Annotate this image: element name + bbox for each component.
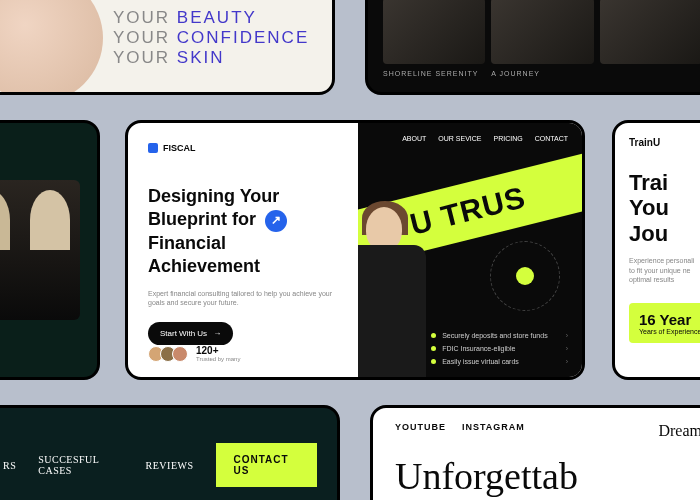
thumbnail-labels: SHORELINE SERENITY A JOURNEY: [383, 70, 700, 77]
count-label: Trusted by many: [196, 356, 240, 362]
trainu-headline: Trai You Jou: [629, 170, 700, 246]
fiscal-logo[interactable]: FISCAL: [148, 143, 338, 153]
fiscal-left-panel: FISCAL Designing Your Blueprint for ↗ Fi…: [128, 123, 358, 377]
contact-button[interactable]: CONTACT US: [216, 443, 318, 487]
fiscal-right-panel: ABOUT OUR SEVICE PRICING CONTACT U TRUS …: [358, 123, 582, 377]
avatar: [172, 346, 188, 362]
tagline-3: YOUR SKIN: [113, 48, 312, 68]
fiscal-nav: ABOUT OUR SEVICE PRICING CONTACT: [402, 135, 568, 142]
script-text: Dream: [658, 422, 700, 440]
card-beauty[interactable]: YOUR BEAUTY YOUR CONFIDENCE YOUR SKIN: [0, 0, 335, 95]
nav-item[interactable]: RS: [3, 460, 16, 471]
nav-service[interactable]: OUR SEVICE: [438, 135, 481, 142]
fiscal-headline: Designing Your Blueprint for ↗ Financial…: [148, 185, 338, 279]
feature-item[interactable]: Easily issue virtual cards: [431, 358, 568, 365]
card-darknav[interactable]: RS SUCCESFUL CASES REVIEWS CONTACT US: [0, 405, 340, 500]
badge-number: 16 Year: [639, 311, 700, 328]
thumb-label: SHORELINE SERENITY: [383, 70, 485, 77]
count-number: 120+: [196, 345, 240, 356]
tagline-1: YOUR BEAUTY: [113, 8, 312, 28]
fiscal-subtext: Expert financial consulting tailored to …: [148, 289, 338, 309]
feature-list: Securely deposits and store funds FDIC I…: [431, 332, 568, 365]
start-button[interactable]: Start With Us→: [148, 322, 233, 345]
arrow-right-icon: →: [213, 329, 221, 338]
people-image: [0, 180, 80, 320]
thumbnail[interactable]: [491, 0, 593, 64]
circular-badge: [490, 241, 560, 311]
experience-badge: 16 Year Years of Experience: [629, 303, 700, 343]
nav-pricing[interactable]: PRICING: [494, 135, 523, 142]
nav-contact[interactable]: CONTACT: [535, 135, 568, 142]
trainu-subtext: Experience personali to fit your unique …: [629, 256, 700, 285]
face-image: [0, 0, 103, 95]
card-people[interactable]: [0, 120, 100, 380]
stats-row: 120+ Trusted by many: [148, 345, 338, 362]
feature-item[interactable]: FDIC Insurance-eligible: [431, 345, 568, 352]
youtube-link[interactable]: YOUTUBE: [395, 422, 446, 432]
thumbnail[interactable]: [600, 0, 700, 64]
avatar-stack: [148, 346, 188, 362]
feature-item[interactable]: Securely deposits and store funds: [431, 332, 568, 339]
nav-item[interactable]: REVIEWS: [146, 460, 194, 471]
social-links: YOUTUBE INSTAGRAM: [395, 422, 700, 432]
trainu-logo[interactable]: TrainU: [629, 137, 700, 148]
nav-about[interactable]: ABOUT: [402, 135, 426, 142]
instagram-link[interactable]: INSTAGRAM: [462, 422, 525, 432]
nav-item[interactable]: SUCCESFUL CASES: [38, 454, 123, 476]
thumbnail[interactable]: [383, 0, 485, 64]
thumb-label: A JOURNEY: [491, 70, 593, 77]
card-fiscal[interactable]: FISCAL Designing Your Blueprint for ↗ Fi…: [125, 120, 585, 380]
arrow-icon: ↗: [265, 210, 287, 232]
card-trainu[interactable]: TrainU Trai You Jou Experience personali…: [612, 120, 700, 380]
card-gallery[interactable]: SHORELINE SERENITY A JOURNEY: [365, 0, 700, 95]
card-unforgettable[interactable]: YOUTUBE INSTAGRAM Dream Unforgettab: [370, 405, 700, 500]
big-headline: Unforgettab: [395, 454, 700, 498]
tagline-2: YOUR CONFIDENCE: [113, 28, 312, 48]
badge-text: Years of Experience: [639, 328, 700, 335]
thumbnail-row: [383, 0, 700, 64]
thumb-label: [600, 70, 700, 77]
